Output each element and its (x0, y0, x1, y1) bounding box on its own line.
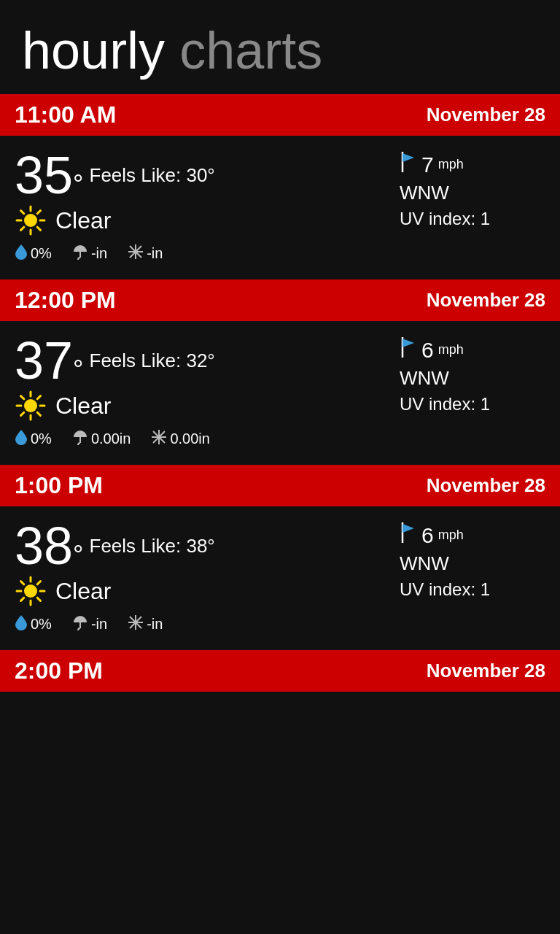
sun-icon-2 (15, 575, 47, 607)
sun-icon-0 (15, 204, 47, 236)
svg-line-20 (21, 412, 24, 415)
hour-block-0: 11:00 AM November 28 35° Feels Like: 30°… (0, 94, 560, 279)
hour-block-2: 1:00 PM November 28 38° Feels Like: 38° … (0, 465, 560, 650)
hour-time-1: 12:00 PM (15, 287, 116, 314)
condition-text-2: Clear (55, 578, 111, 605)
hour-block-3: 2:00 PM November 28 (0, 650, 560, 692)
svg-line-38 (21, 582, 24, 584)
umbrella-icon-1 (72, 429, 88, 449)
condition-row-0: Clear (15, 204, 400, 236)
svg-line-36 (21, 598, 24, 601)
drop-icon-0 (15, 244, 28, 263)
svg-point-16 (24, 399, 37, 412)
svg-line-8 (37, 211, 40, 214)
temp-deg-2: ° (73, 540, 83, 571)
temp-big-0: 35 (15, 149, 73, 201)
wind-speed-1: 6 (421, 338, 434, 363)
flag-icon-2 (400, 522, 417, 548)
wind-speed-0: 7 (421, 153, 434, 177)
right-col-2: 6mph WNW UV index: 1 (400, 520, 545, 634)
wind-unit-2: mph (438, 528, 464, 543)
umbrella-icon-0 (72, 244, 88, 263)
drop-icon-1 (15, 429, 28, 449)
wind-dir-1: WNW (400, 367, 449, 390)
flag-icon-1 (400, 337, 417, 363)
svg-line-34 (37, 598, 40, 601)
feels-like-0: Feels Like: 30° (90, 164, 215, 187)
snow-amount-text-1: 0.00in (170, 431, 210, 447)
hour-time-2: 1:00 PM (15, 472, 103, 499)
wind-unit-1: mph (438, 342, 464, 358)
hour-date-2: November 28 (427, 474, 545, 497)
hour-time-0: 11:00 AM (15, 101, 116, 128)
snowflake-icon-0 (128, 244, 144, 263)
hour-time-3: 2:00 PM (15, 657, 103, 684)
temp-deg-1: ° (73, 355, 83, 385)
hour-header-1: 12:00 PM November 28 (0, 279, 560, 321)
wind-speed-2: 6 (421, 523, 434, 548)
hour-header-0: 11:00 AM November 28 (0, 94, 560, 136)
condition-row-2: Clear (15, 575, 400, 607)
precip-pct-text-0: 0% (31, 245, 52, 262)
feels-like-2: Feels Like: 38° (90, 535, 215, 557)
svg-line-6 (21, 211, 24, 214)
snow-amount-2: -in (128, 614, 163, 634)
left-col-1: 37° Feels Like: 32° Clear 0% (15, 334, 400, 449)
uv-row-1: UV index: 1 (400, 394, 490, 414)
temp-row-0: 35° Feels Like: 30° (15, 149, 400, 201)
snowflake-icon-2 (128, 614, 144, 634)
rain-amount-text-2: -in (91, 616, 107, 633)
rain-amount-2: -in (72, 614, 107, 634)
rain-amount-0: -in (72, 244, 107, 263)
rain-pct-2: 0% (15, 614, 52, 634)
svg-point-0 (24, 214, 37, 227)
svg-point-32 (24, 584, 37, 598)
hour-date-0: November 28 (427, 104, 545, 126)
snow-amount-text-2: -in (147, 616, 163, 633)
precip-pct-text-1: 0% (31, 431, 52, 447)
rain-pct-0: 0% (15, 244, 52, 263)
umbrella-icon-2 (72, 614, 88, 634)
feels-like-1: Feels Like: 32° (90, 350, 215, 372)
hour-block-1: 12:00 PM November 28 37° Feels Like: 32°… (0, 279, 560, 465)
rain-amount-text-0: -in (91, 245, 107, 262)
hour-date-1: November 28 (427, 289, 545, 312)
svg-marker-47 (402, 524, 414, 533)
title-part1: hourly (22, 21, 165, 80)
uv-row-0: UV index: 1 (400, 209, 490, 229)
svg-line-22 (21, 396, 24, 399)
hour-date-3: November 28 (427, 660, 545, 682)
precip-row-1: 0% 0.00in 0.00in (15, 429, 400, 449)
right-col-1: 6mph WNW UV index: 1 (400, 334, 545, 449)
wind-row-1: 6mph (400, 337, 464, 363)
rain-pct-1: 0% (15, 429, 52, 449)
wind-unit-0: mph (438, 157, 464, 172)
svg-line-24 (37, 396, 40, 399)
hour-content-1: 37° Feels Like: 32° Clear 0% (0, 321, 560, 465)
hour-header-3: 2:00 PM November 28 (0, 650, 560, 692)
wind-dir-0: WNW (400, 182, 449, 204)
wind-dir-2: WNW (400, 552, 449, 575)
temp-big-2: 38 (15, 520, 73, 572)
svg-marker-31 (402, 339, 414, 347)
snow-amount-0: -in (128, 244, 163, 263)
precip-pct-text-2: 0% (31, 616, 52, 633)
svg-line-40 (37, 582, 40, 584)
temp-deg-0: ° (73, 169, 83, 200)
condition-row-1: Clear (15, 390, 400, 422)
precip-row-2: 0% -in -in (15, 614, 400, 634)
rain-amount-text-1: 0.00in (91, 431, 131, 447)
drop-icon-2 (15, 614, 28, 634)
hour-header-2: 1:00 PM November 28 (0, 465, 560, 506)
svg-line-4 (21, 227, 24, 230)
flag-icon-0 (400, 152, 417, 177)
rain-amount-1: 0.00in (72, 429, 131, 449)
hour-content-2: 38° Feels Like: 38° Clear 0% (0, 506, 560, 650)
sun-icon-1 (15, 390, 47, 422)
svg-marker-15 (402, 153, 414, 162)
temp-big-1: 37 (15, 334, 73, 387)
right-col-0: 7mph WNW UV index: 1 (400, 149, 545, 263)
hour-content-0: 35° Feels Like: 30° Clear 0% (0, 136, 560, 279)
temp-row-2: 38° Feels Like: 38° (15, 520, 400, 572)
precip-row-0: 0% -in -in (15, 244, 400, 263)
